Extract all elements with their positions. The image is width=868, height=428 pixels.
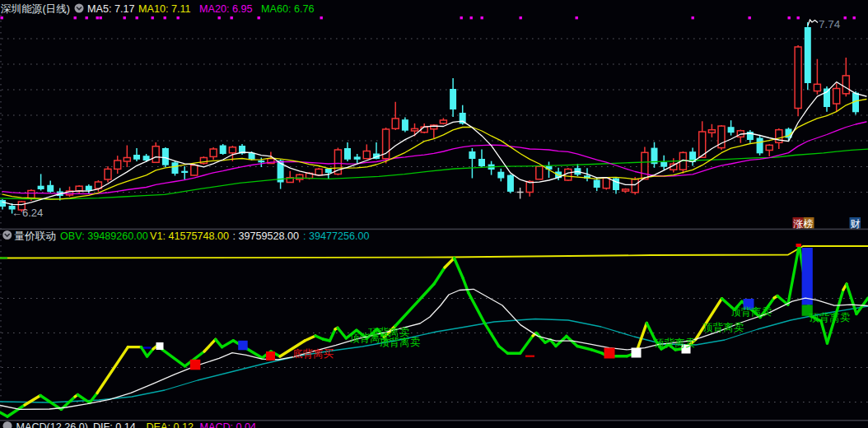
- svg-text:财: 财: [851, 218, 861, 230]
- svg-text:量价联动OBV: 39489260.00V1: 415757: 量价联动OBV: 39489260.00V1: 41575748.00: 397…: [15, 230, 370, 242]
- svg-text:底背离买: 底背离买: [292, 348, 334, 360]
- svg-text:涨榜: 涨榜: [793, 218, 814, 230]
- svg-text:7.74: 7.74: [819, 18, 841, 30]
- svg-text:顶背离卖: 顶背离卖: [809, 312, 851, 323]
- svg-text:深圳能源(日线)MA5: 7.17MA10: 7.11MA2: 深圳能源(日线)MA5: 7.17MA10: 7.11MA20: 6.95MA6…: [1, 3, 314, 15]
- svg-text:顶背离卖: 顶背离卖: [379, 337, 421, 348]
- svg-text:顶背离卖: 顶背离卖: [654, 337, 696, 349]
- svg-text:←6.24: ←6.24: [12, 207, 43, 219]
- svg-text:顶背离卖: 顶背离卖: [702, 322, 744, 333]
- svg-text:顶背离卖: 顶背离卖: [730, 306, 772, 318]
